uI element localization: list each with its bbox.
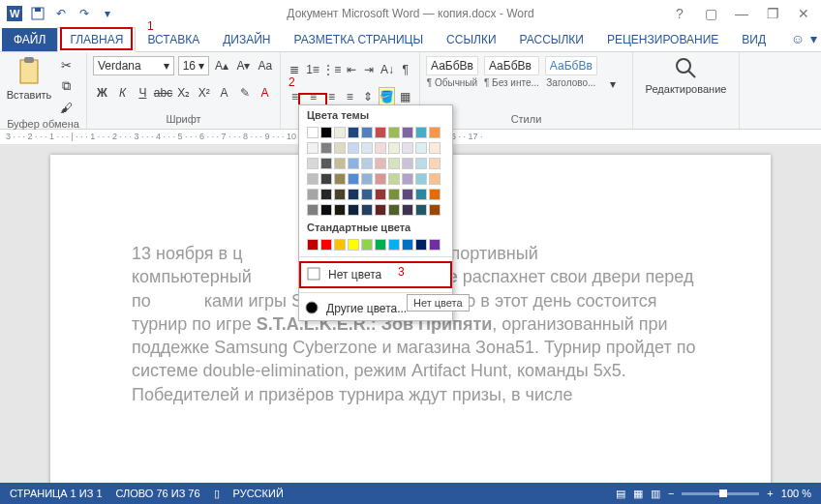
restore-button[interactable]: ❐ bbox=[759, 3, 786, 24]
color-swatch[interactable] bbox=[348, 142, 359, 154]
underline-button[interactable]: Ч bbox=[134, 83, 152, 103]
redo-button[interactable]: ↷ bbox=[74, 3, 95, 24]
color-swatch[interactable] bbox=[402, 189, 413, 200]
color-swatch[interactable] bbox=[307, 127, 319, 138]
numbering-button[interactable]: 1≡ bbox=[305, 60, 321, 79]
editing-button[interactable]: Редактирование bbox=[663, 56, 710, 95]
color-swatch[interactable] bbox=[375, 189, 386, 200]
view-web-button[interactable]: ▥ bbox=[651, 488, 660, 500]
font-name-combo[interactable]: Verdana▾ bbox=[93, 56, 174, 75]
color-swatch[interactable] bbox=[307, 142, 319, 154]
line-spacing-button[interactable]: ⇕ bbox=[360, 87, 377, 106]
color-swatch[interactable] bbox=[415, 239, 427, 251]
format-painter-button[interactable]: 🖌 bbox=[56, 99, 76, 116]
color-swatch[interactable] bbox=[361, 127, 373, 138]
zoom-out-button[interactable]: − bbox=[668, 488, 674, 499]
color-swatch[interactable] bbox=[320, 189, 332, 200]
color-swatch[interactable] bbox=[429, 189, 441, 200]
color-swatch[interactable] bbox=[388, 189, 400, 200]
color-swatch[interactable] bbox=[307, 189, 319, 200]
show-marks-button[interactable]: ¶ bbox=[397, 60, 413, 79]
color-swatch[interactable] bbox=[361, 239, 373, 251]
grow-font-button[interactable]: A▴ bbox=[213, 56, 230, 75]
color-swatch[interactable] bbox=[334, 127, 346, 138]
color-swatch[interactable] bbox=[388, 204, 400, 216]
color-swatch[interactable] bbox=[361, 158, 373, 169]
ribbon-display-button[interactable]: ▢ bbox=[697, 3, 724, 24]
color-swatch[interactable] bbox=[320, 142, 332, 154]
color-swatch[interactable] bbox=[334, 189, 346, 200]
color-swatch[interactable] bbox=[307, 204, 319, 216]
color-swatch[interactable] bbox=[429, 173, 441, 185]
status-proofing-icon[interactable]: ▯ bbox=[214, 488, 220, 500]
change-case-button[interactable]: Aa bbox=[257, 56, 274, 75]
qat-dropdown[interactable]: ▾ bbox=[97, 3, 118, 24]
color-swatch[interactable] bbox=[375, 142, 386, 154]
color-swatch[interactable] bbox=[348, 158, 359, 169]
shading-button[interactable]: 🪣 bbox=[379, 87, 395, 106]
tab-review[interactable]: РЕЦЕНЗИРОВАНИЕ bbox=[595, 28, 730, 51]
close-button[interactable]: ✕ bbox=[790, 3, 817, 24]
borders-button[interactable]: ▦ bbox=[397, 87, 413, 106]
bold-button[interactable]: Ж bbox=[93, 83, 111, 103]
color-swatch[interactable] bbox=[375, 239, 386, 251]
color-swatch[interactable] bbox=[388, 173, 400, 185]
copy-button[interactable]: ⧉ bbox=[56, 77, 76, 95]
body-paragraph-2[interactable]: Победителей и призёров турнира ждут приз… bbox=[132, 383, 713, 406]
color-swatch[interactable] bbox=[348, 173, 359, 185]
view-print-button[interactable]: ▦ bbox=[633, 488, 643, 500]
tab-layout[interactable]: РАЗМЕТКА СТРАНИЦЫ bbox=[283, 28, 436, 51]
color-swatch[interactable] bbox=[348, 204, 359, 216]
text-effects-button[interactable]: A bbox=[215, 83, 233, 103]
color-swatch[interactable] bbox=[429, 239, 441, 251]
status-words[interactable]: СЛОВО 76 ИЗ 76 bbox=[116, 488, 200, 499]
color-swatch[interactable] bbox=[334, 239, 346, 251]
tab-view[interactable]: ВИД bbox=[730, 28, 777, 51]
color-swatch[interactable] bbox=[402, 158, 413, 169]
undo-button[interactable]: ↶ bbox=[50, 3, 72, 24]
view-read-button[interactable]: ▤ bbox=[616, 488, 625, 500]
color-swatch[interactable] bbox=[334, 158, 346, 169]
minimize-button[interactable]: — bbox=[728, 3, 755, 24]
color-swatch[interactable] bbox=[415, 158, 427, 169]
color-swatch[interactable] bbox=[429, 142, 441, 154]
tab-references[interactable]: ССЫЛКИ bbox=[435, 28, 507, 51]
tab-mailings[interactable]: РАССЫЛКИ bbox=[508, 28, 595, 51]
color-swatch[interactable] bbox=[375, 173, 386, 185]
paste-button[interactable]: Вставить bbox=[6, 56, 52, 101]
color-swatch[interactable] bbox=[388, 142, 400, 154]
color-swatch[interactable] bbox=[334, 142, 346, 154]
color-swatch[interactable] bbox=[307, 173, 319, 185]
no-color-item[interactable]: Нет цвета 3 bbox=[299, 261, 452, 288]
color-swatch[interactable] bbox=[361, 189, 373, 200]
cut-button[interactable]: ✂ bbox=[56, 56, 76, 74]
status-page[interactable]: СТРАНИЦА 1 ИЗ 1 bbox=[10, 488, 103, 499]
color-swatch[interactable] bbox=[375, 204, 386, 216]
zoom-slider[interactable] bbox=[682, 492, 759, 495]
color-swatch[interactable] bbox=[402, 204, 413, 216]
color-swatch[interactable] bbox=[402, 142, 413, 154]
color-swatch[interactable] bbox=[402, 127, 413, 138]
tab-design[interactable]: ДИЗАЙН bbox=[211, 28, 282, 51]
font-color-button[interactable]: A bbox=[256, 83, 274, 103]
color-swatch[interactable] bbox=[320, 204, 332, 216]
color-swatch[interactable] bbox=[320, 173, 332, 185]
color-swatch[interactable] bbox=[429, 204, 441, 216]
color-swatch[interactable] bbox=[388, 158, 400, 169]
multilevel-button[interactable]: ⋮≡ bbox=[322, 60, 341, 79]
style-normal[interactable]: АаБбВв¶ Обычный bbox=[426, 56, 478, 88]
color-swatch[interactable] bbox=[361, 204, 373, 216]
color-swatch[interactable] bbox=[415, 127, 427, 138]
zoom-level[interactable]: 100 % bbox=[781, 488, 811, 499]
sort-button[interactable]: A↓ bbox=[380, 60, 396, 79]
save-button[interactable] bbox=[27, 3, 48, 24]
increase-indent-button[interactable]: ⇥ bbox=[361, 60, 378, 79]
color-swatch[interactable] bbox=[348, 127, 359, 138]
color-swatch[interactable] bbox=[375, 158, 386, 169]
color-swatch[interactable] bbox=[334, 204, 346, 216]
color-swatch[interactable] bbox=[307, 239, 319, 251]
color-swatch[interactable] bbox=[388, 127, 400, 138]
decrease-indent-button[interactable]: ⇤ bbox=[343, 60, 359, 79]
color-swatch[interactable] bbox=[361, 142, 373, 154]
status-language[interactable]: РУССКИЙ bbox=[233, 488, 284, 499]
